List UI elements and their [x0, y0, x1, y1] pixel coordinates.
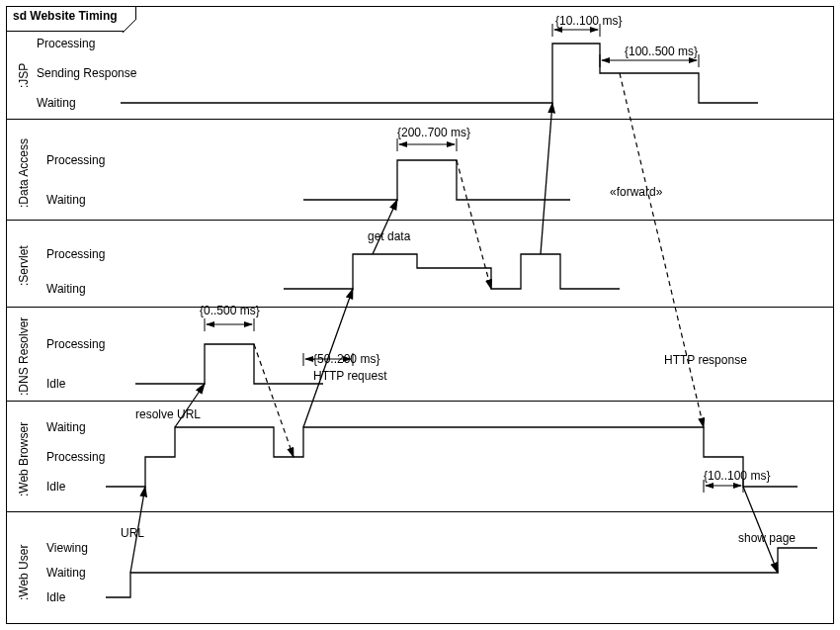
constraint-jsp-send — [600, 54, 699, 67]
timeline-dns — [135, 344, 323, 384]
arrow-forward — [541, 103, 552, 254]
diagram-title-box: sd Website Timing — [7, 7, 136, 32]
constraint-dns — [205, 318, 254, 331]
timeline-web-browser — [106, 427, 798, 487]
constraint-browser-proc — [704, 480, 743, 493]
diagram-title: sd Website Timing — [13, 9, 118, 23]
arrow-url — [130, 487, 145, 573]
arrow-get-data — [373, 200, 397, 254]
constraint-data-access — [397, 138, 457, 151]
reply-get-data — [457, 160, 491, 289]
diagram-border: sd Website Timing :JSP :Data Access :Ser… — [6, 6, 834, 624]
arrow-http-request — [303, 289, 353, 427]
timeline-data-access — [303, 160, 570, 200]
arrow-resolve-url — [175, 384, 205, 427]
constraint-http-req — [303, 353, 353, 366]
timing-diagram-frame: sd Website Timing :JSP :Data Access :Ser… — [0, 0, 840, 630]
timeline-jsp — [121, 44, 758, 103]
constraint-jsp-proc — [552, 24, 600, 37]
reply-http-response — [620, 73, 704, 427]
timeline-servlet — [284, 254, 620, 289]
timeline-web-user — [106, 548, 817, 597]
arrow-show-page — [743, 487, 778, 573]
diagram-svg — [7, 7, 835, 625]
